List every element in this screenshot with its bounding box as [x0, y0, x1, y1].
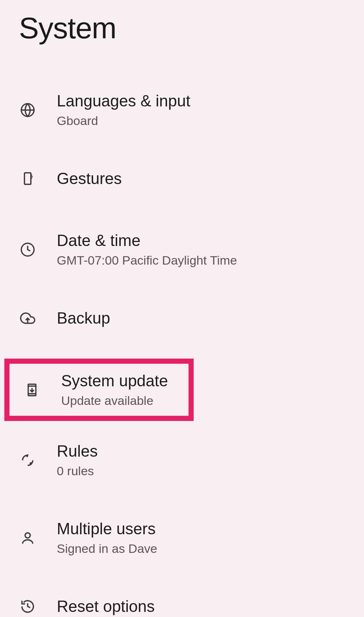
setting-item-title: Rules	[57, 442, 98, 460]
setting-item-date-time[interactable]: Date & time GMT-07:00 Pacific Daylight T…	[0, 221, 364, 278]
svg-rect-2	[24, 173, 31, 184]
setting-item-subtitle: GMT-07:00 Pacific Daylight Time	[57, 253, 237, 268]
history-icon	[19, 598, 36, 615]
setting-item-system-update[interactable]: System update Update available	[4, 359, 194, 421]
setting-item-backup[interactable]: Backup	[0, 299, 364, 337]
setting-item-reset-options[interactable]: Reset options	[0, 587, 364, 617]
setting-item-rules[interactable]: Rules 0 rules	[0, 432, 364, 488]
svg-point-10	[25, 533, 30, 538]
setting-item-multiple-users[interactable]: Multiple users Signed in as Dave	[0, 509, 364, 566]
setting-item-subtitle: 0 rules	[57, 464, 98, 478]
setting-item-subtitle: Gboard	[57, 114, 190, 128]
rules-icon	[19, 452, 36, 469]
setting-item-title: Gestures	[57, 169, 122, 188]
setting-item-title: Multiple users	[57, 520, 157, 538]
setting-item-title: Date & time	[57, 231, 237, 250]
clock-icon	[19, 241, 36, 258]
cloud-upload-icon	[19, 309, 36, 327]
setting-item-languages-input[interactable]: Languages & input Gboard	[0, 82, 364, 138]
setting-item-title: Languages & input	[57, 92, 190, 110]
setting-item-gestures[interactable]: Gestures	[0, 159, 364, 198]
setting-item-title: System update	[61, 372, 168, 390]
gestures-icon	[19, 170, 36, 187]
setting-item-subtitle: Signed in as Dave	[57, 542, 157, 556]
svg-point-9	[29, 462, 32, 465]
setting-item-title: Backup	[57, 309, 110, 327]
setting-item-title: Reset options	[57, 597, 155, 616]
settings-list: Languages & input Gboard Gestures Date &…	[0, 82, 364, 617]
globe-icon	[19, 101, 36, 119]
page-title: System	[0, 0, 364, 45]
system-update-icon	[23, 381, 41, 399]
person-icon	[19, 529, 36, 547]
setting-item-subtitle: Update available	[61, 394, 168, 408]
